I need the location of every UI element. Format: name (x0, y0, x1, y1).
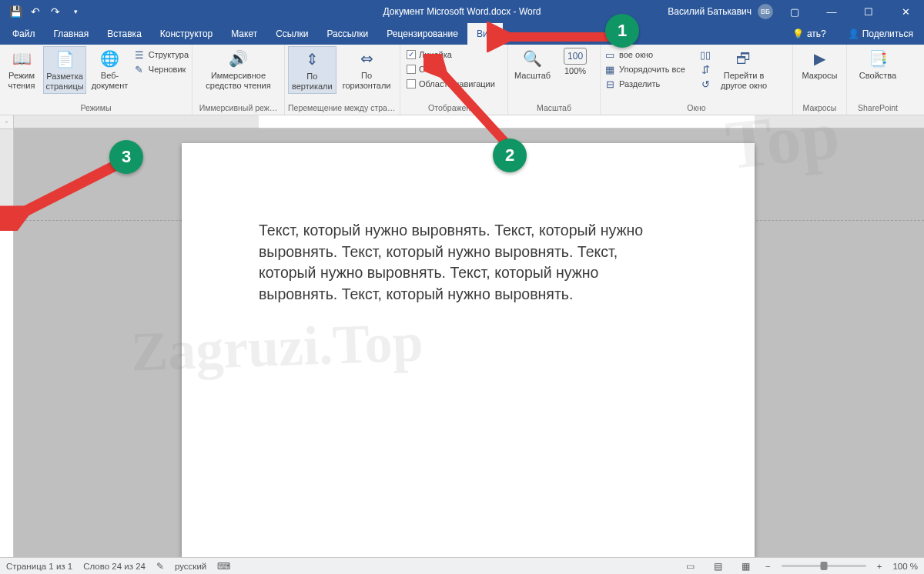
tab-home[interactable]: Главная (45, 23, 99, 45)
tab-mailings[interactable]: Рассылки (317, 23, 377, 45)
callout-3: 3 (109, 140, 143, 174)
zoom-button[interactable]: 🔍 Масштаб (511, 46, 554, 82)
immersive-reader-label: Иммерсивное средство чтения (206, 71, 270, 91)
vertical-label: По вертикали (292, 72, 333, 92)
sync-scroll-icon[interactable]: ⇵ (699, 63, 711, 75)
zoom-100-label: 100% (564, 66, 586, 76)
group-immersive-label: Иммерсивный реж… (196, 102, 281, 115)
lightbulb-icon: 💡 (792, 28, 804, 39)
new-window-button[interactable]: ▭вое окно (604, 48, 696, 62)
ruler-checkbox[interactable]: Линейка (407, 48, 495, 62)
print-layout-icon: 📄 (54, 48, 75, 70)
draft-icon: ✎ (133, 63, 146, 75)
zoom-in-icon[interactable]: + (877, 562, 882, 571)
arrange-all-icon: ▦ (604, 63, 616, 75)
close-icon[interactable]: ✕ (890, 0, 921, 23)
tab-design[interactable]: Конструктор (151, 23, 222, 45)
qat-customize-icon[interactable]: ▾ (66, 2, 85, 21)
navpane-checkbox[interactable]: Область навигации (407, 77, 495, 91)
group-sharepoint: 📑 Свойства SharePoint (847, 45, 909, 115)
page-area[interactable]: Текст, который нужно выровнять. Текст, к… (14, 129, 924, 557)
draft-button[interactable]: ✎Черновик (133, 62, 189, 76)
save-icon[interactable]: 💾 (6, 2, 25, 21)
vertical-button[interactable]: ⇕ По вертикали (288, 46, 336, 94)
tab-references[interactable]: Ссылки (266, 23, 317, 45)
ribbon-display-options-icon[interactable]: ▢ (779, 0, 810, 23)
document-page[interactable]: Текст, который нужно выровнять. Текст, к… (182, 143, 755, 557)
zoom-slider[interactable] (782, 565, 866, 567)
document-body-text[interactable]: Текст, который нужно выровнять. Текст, к… (259, 220, 678, 305)
print-layout-button[interactable]: 📄 Разметка страницы (43, 46, 86, 94)
tab-review[interactable]: Рецензирование (377, 23, 467, 45)
zoom-out-icon[interactable]: − (765, 562, 771, 571)
switch-windows-button[interactable]: 🗗 Перейти в другое окно (718, 46, 770, 92)
group-immersive: 🔊 Иммерсивное средство чтения Иммерсивны… (192, 45, 285, 115)
checkbox-checked-icon (407, 50, 416, 59)
read-mode-button[interactable]: 📖 Режим чтения (3, 46, 40, 92)
undo-icon[interactable]: ↶ (26, 2, 45, 21)
vertical-ruler[interactable] (0, 129, 14, 557)
properties-label: Свойства (859, 71, 896, 81)
tab-insert[interactable]: Вставка (98, 23, 151, 45)
accessibility-icon[interactable]: ⌨ (217, 561, 230, 572)
reset-pos-icon[interactable]: ↺ (699, 78, 711, 90)
read-mode-label: Режим чтения (8, 71, 35, 91)
arrange-all-button[interactable]: ▦Упорядочить все (604, 62, 696, 76)
outline-icon: ☰ (133, 48, 146, 61)
status-language[interactable]: русский (175, 562, 206, 571)
vertical-icon: ⇕ (301, 48, 323, 70)
callout-1: 1 (605, 14, 639, 48)
share-button[interactable]: 👤 Поделиться (837, 23, 924, 45)
immersive-reader-icon: 🔊 (227, 48, 249, 69)
group-modes: 📖 Режим чтения 📄 Разметка страницы 🌐 Веб… (0, 45, 192, 115)
split-button[interactable]: ⊟Разделить (604, 77, 696, 91)
ruler-corner[interactable]: ▫ (0, 115, 14, 129)
tab-view[interactable]: Вид (467, 23, 503, 45)
tell-me-label: ать? (807, 28, 826, 39)
web-layout-button[interactable]: 🌐 Веб- документ (89, 46, 130, 92)
zoom-100-button[interactable]: 100 100% (557, 46, 594, 78)
view-read-icon[interactable]: ▭ (682, 559, 699, 573)
horizontal-ruler[interactable] (14, 115, 924, 129)
macros-button[interactable]: ▶ Макросы (799, 46, 841, 82)
group-window-label: Окно (604, 102, 789, 115)
view-web-icon[interactable]: ▦ (738, 559, 755, 573)
magnifier-icon: 🔍 (522, 48, 544, 69)
print-layout-label: Разметка страницы (45, 72, 83, 92)
spellcheck-icon[interactable]: ✎ (156, 561, 164, 572)
macros-label: Макросы (802, 71, 838, 81)
switch-windows-label: Перейти в другое окно (721, 71, 767, 91)
maximize-icon[interactable]: ☐ (853, 0, 884, 23)
web-layout-icon: 🌐 (99, 48, 120, 69)
zoom-label: Масштаб (514, 71, 551, 81)
side-by-side-icon[interactable]: ▯▯ (699, 48, 711, 61)
horizontal-icon: ⇔ (356, 48, 377, 69)
title-bar: 💾 ↶ ↷ ▾ Документ Microsoft Word.docx - W… (0, 0, 924, 23)
callout-2: 2 (493, 138, 527, 172)
ribbon-tabs: Файл Главная Вставка Конструктор Макет С… (0, 23, 924, 45)
web-layout-label: Веб- документ (92, 71, 129, 91)
status-words[interactable]: Слово 24 из 24 (83, 562, 146, 571)
minimize-icon[interactable]: — (816, 0, 847, 23)
gridlines-checkbox[interactable]: С (407, 62, 495, 76)
redo-icon[interactable]: ↷ (46, 2, 65, 21)
window-small: ▭вое окно ▦Упорядочить все ⊟Разделить (604, 46, 696, 91)
switch-windows-icon: 🗗 (733, 48, 755, 69)
properties-button[interactable]: 📑 Свойства (856, 46, 899, 82)
avatar[interactable]: ВБ (758, 4, 773, 19)
tab-layout[interactable]: Макет (222, 23, 266, 45)
tell-me[interactable]: 💡 ать? (782, 23, 837, 45)
sharepoint-icon: 📑 (867, 48, 889, 69)
quick-access-toolbar: 💾 ↶ ↷ ▾ (0, 2, 85, 21)
group-page-movement-label: Перемещение между стран… (288, 102, 397, 115)
view-print-icon[interactable]: ▤ (710, 559, 727, 573)
horizontal-button[interactable]: ⇔ По горизонтали (340, 46, 394, 92)
user-name[interactable]: Василий Батькавич (668, 6, 752, 17)
group-modes-label: Режимы (3, 102, 189, 115)
new-window-icon: ▭ (604, 48, 616, 61)
zoom-level[interactable]: 100 % (892, 562, 918, 571)
tab-file[interactable]: Файл (3, 23, 45, 45)
outline-button[interactable]: ☰Структура (133, 48, 189, 62)
immersive-reader-button[interactable]: 🔊 Иммерсивное средство чтения (203, 46, 273, 92)
status-page[interactable]: Страница 1 из 1 (6, 562, 72, 571)
